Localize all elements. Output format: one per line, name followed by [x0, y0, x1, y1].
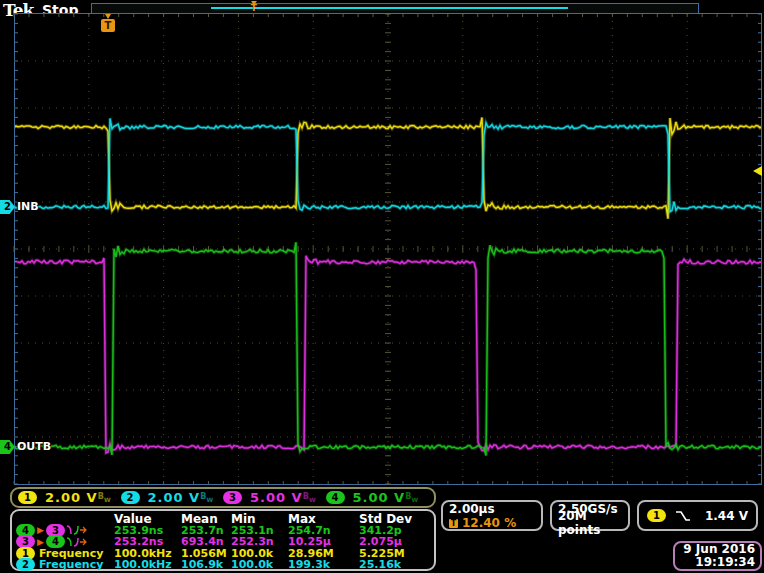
bandwidth-icon: BW: [405, 492, 418, 503]
channel-1-badge: 1: [18, 491, 37, 504]
channel-2-readout[interactable]: 2 2.00 V BW: [121, 490, 224, 505]
trigger-readout-box[interactable]: 1 1.44 V: [637, 500, 758, 531]
measurement-header-row: Value Mean Min Max Std Dev: [16, 512, 430, 524]
measurement-panel: Value Mean Min Max Std Dev 4 ▶ 3 253.9ns…: [10, 509, 436, 571]
trigger-position-icon: T: [449, 519, 458, 528]
trigger-level: 1.44 V: [705, 509, 748, 523]
freq-ch2-max: 199.3k: [288, 558, 359, 571]
channel-2-scale: 2.00 V: [148, 490, 201, 505]
measurement-row-delay-4-3: 4 ▶ 3 253.9ns 253.7n 253.1n 254.7n 341.2…: [16, 524, 430, 536]
channel-3-scale: 5.00 V: [250, 490, 303, 505]
channel-2-trace-label: INB: [17, 200, 39, 213]
channel-2-badge: 2: [121, 491, 140, 504]
freq-ch2-value: 100.0kHz: [114, 558, 181, 571]
trigger-position-flag[interactable]: T: [101, 19, 115, 32]
channel-1-scale: 2.00 V: [45, 490, 98, 505]
freq-ch2-stddev: 25.16k: [359, 558, 430, 571]
trigger-source-badge: 1: [647, 509, 666, 522]
freq-ch2-min: 100.0k: [231, 558, 288, 571]
arrow-icon: ▶: [37, 537, 44, 547]
arrow-icon: ▶: [37, 525, 44, 535]
measurement-row-frequency-ch1: 1 Frequency 100.0kHz 1.056M 100.0k 28.96…: [16, 547, 430, 559]
channel-1-readout[interactable]: 1 2.00 V BW: [18, 490, 121, 505]
channel-4-badge: 4: [326, 491, 345, 504]
time-label: 19:19:34: [680, 556, 755, 569]
freq-ch2-mean: 106.9k: [181, 558, 231, 571]
record-length: 20M points: [552, 516, 628, 530]
channel-4-scale: 5.00 V: [353, 490, 406, 505]
horizontal-scale: 2.00µs: [443, 502, 541, 516]
channel-3-badge: 3: [223, 491, 242, 504]
channel-3-readout[interactable]: 3 5.00 V BW: [223, 490, 326, 505]
horizontal-readout-box[interactable]: 2.00µs T 12.40 %: [441, 500, 543, 531]
measurement-row-frequency-ch2: 2 Frequency 100.0kHz 106.9k 100.0k 199.3…: [16, 558, 430, 570]
falling-edge-icon: [674, 509, 691, 522]
datetime-box: 9 Jun 2016 19:19:34: [673, 541, 762, 571]
channel-scale-bar: 1 2.00 V BW 2 2.00 V BW 3 5.00 V BW 4 5.…: [10, 487, 436, 508]
channel-4-readout[interactable]: 4 5.00 V BW: [326, 490, 429, 505]
bandwidth-icon: BW: [303, 492, 316, 503]
measurement-name: Frequency: [39, 558, 103, 571]
measurement-row-delay-3-4: 3 ▶ 4 253.2ns 693.4n 252.3n 10.25µ 2.075…: [16, 535, 430, 547]
channel-4-trace-label: OUTB: [17, 440, 51, 453]
channel-2-badge: 2: [16, 558, 35, 571]
bandwidth-icon: BW: [98, 492, 111, 503]
horizontal-trigger-position: 12.40 %: [462, 516, 516, 530]
bandwidth-icon: BW: [200, 492, 213, 503]
acquisition-readout-box[interactable]: 2.50GS/s 20M points: [550, 500, 630, 531]
trigger-level-arrow-icon[interactable]: [753, 166, 762, 176]
oscilloscope-screen: { "header": { "logo": "Tek", "status": "…: [0, 0, 764, 573]
